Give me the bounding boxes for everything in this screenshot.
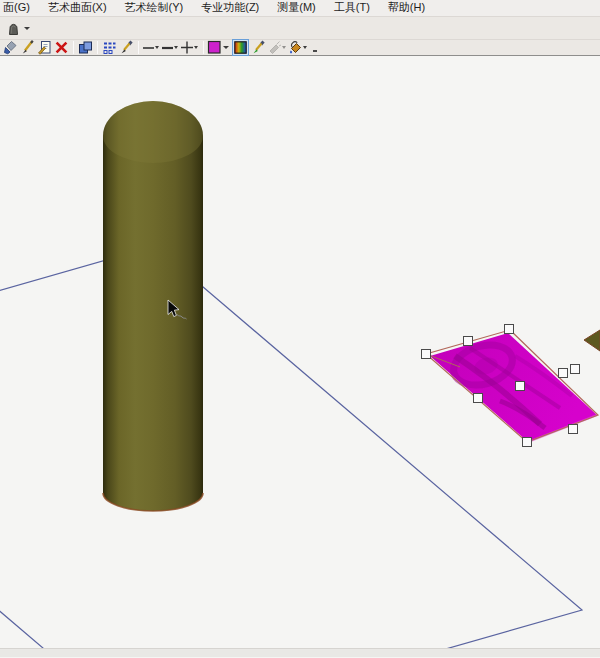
ink-bottle-icon [3, 40, 18, 55]
chevron-down-icon [223, 46, 229, 49]
point-list-icon [102, 40, 117, 55]
toolbar-separator [97, 41, 98, 54]
selection-handle[interactable] [422, 350, 431, 359]
pen-button[interactable] [19, 40, 36, 55]
menu-item-surface[interactable]: 面(G) [1, 0, 39, 17]
selection-handle[interactable] [516, 382, 525, 391]
fill-color-swatch [207, 40, 222, 55]
cylinder-model[interactable] [103, 101, 203, 511]
cross-marker-icon [180, 40, 194, 55]
airbrush-picker[interactable] [267, 40, 286, 55]
selection-handle[interactable] [523, 438, 532, 447]
selection-handle[interactable] [569, 425, 578, 434]
selection-handle[interactable] [474, 394, 483, 403]
toolbar-tool-row [0, 17, 600, 40]
selection-handle[interactable] [559, 369, 568, 378]
application-window: 面(G) 艺术曲面(X) 艺术绘制(Y) 专业功能(Z) 测量(M) 工具(T)… [0, 0, 600, 658]
menu-item-pro-functions[interactable]: 专业功能(Z) [192, 0, 268, 17]
line-style-picker[interactable] [142, 40, 159, 55]
line-width-icon [161, 40, 174, 55]
gradient-swatch-selected[interactable] [232, 39, 249, 56]
fill-color-picker[interactable] [207, 40, 229, 55]
toolbar-overflow-icon[interactable] [313, 50, 317, 52]
line-style-icon [142, 40, 155, 55]
menubar: 面(G) 艺术曲面(X) 艺术绘制(Y) 专业功能(Z) 测量(M) 工具(T)… [0, 0, 600, 17]
pen-icon [20, 40, 35, 55]
paste-notes-icon [37, 40, 52, 55]
workpiece-wireframe [0, 246, 582, 648]
eyedropper-icon [119, 40, 134, 55]
paste-notes-button[interactable] [36, 40, 53, 55]
cross-marker-picker[interactable] [180, 40, 198, 55]
toolbar-separator [203, 41, 204, 54]
selection-handle[interactable] [464, 337, 473, 346]
corner-object[interactable] [584, 330, 600, 351]
chevron-down-icon [155, 46, 159, 49]
chevron-down-icon [194, 46, 198, 49]
color-picker-icon [251, 40, 266, 55]
selection-handle[interactable] [571, 365, 580, 374]
menu-item-measure[interactable]: 测量(M) [268, 0, 325, 17]
color-picker-button[interactable] [250, 40, 267, 55]
paint-bucket-icon [288, 40, 303, 55]
chevron-down-icon [282, 46, 286, 49]
relief-group [422, 325, 599, 447]
delete-x-icon [54, 40, 69, 55]
ink-bottle-button[interactable] [2, 40, 19, 55]
line-width-picker[interactable] [161, 40, 178, 55]
gradient-swatch-icon [234, 41, 247, 54]
layer-books-icon [78, 40, 93, 55]
selection-handle[interactable] [505, 325, 514, 334]
sculpt-tool-icon [5, 20, 22, 37]
layer-books-button[interactable] [77, 40, 94, 55]
menu-item-help[interactable]: 帮助(H) [379, 0, 434, 17]
delete-button[interactable] [53, 40, 70, 55]
menu-item-art-surface[interactable]: 艺术曲面(X) [39, 0, 116, 17]
airbrush-icon [267, 40, 282, 55]
menu-item-tools[interactable]: 工具(T) [325, 0, 379, 17]
toolbar-separator [138, 41, 139, 54]
statusbar [0, 648, 600, 657]
chevron-down-icon[interactable] [24, 27, 30, 30]
cylinder-top-cap [103, 101, 203, 163]
toolbar-separator [73, 41, 74, 54]
chevron-down-icon [303, 46, 307, 49]
toolbar-draw-row [0, 40, 600, 56]
eyedropper-button[interactable] [118, 40, 135, 55]
point-list-button[interactable] [101, 40, 118, 55]
menu-item-art-draw[interactable]: 艺术绘制(Y) [116, 0, 193, 17]
viewport-3d[interactable] [0, 56, 600, 648]
sculpt-tool-button[interactable] [3, 18, 23, 38]
paint-bucket-picker[interactable] [288, 40, 307, 55]
chevron-down-icon [174, 46, 178, 49]
